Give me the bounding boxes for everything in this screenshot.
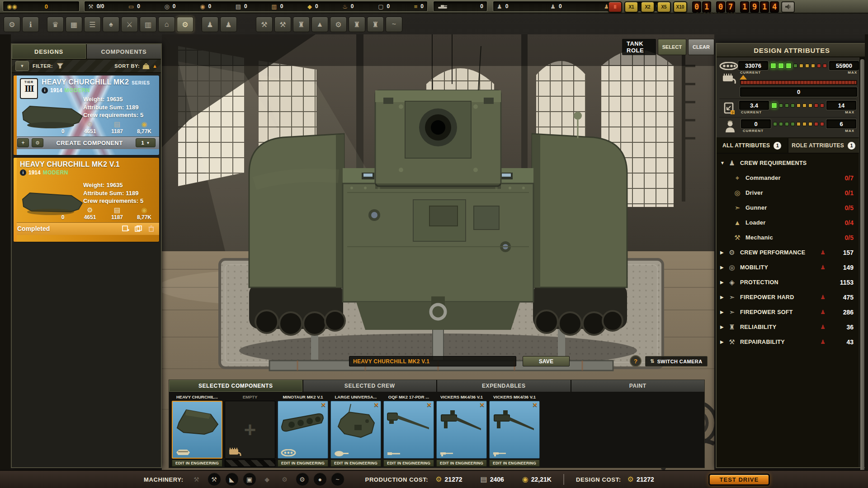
info-icon[interactable]: i [20,169,26,176]
speed-x10-button[interactable]: X10 [673,1,687,13]
edit-in-engineering-link[interactable]: EDIT IN ENGINEERING [383,460,434,467]
edit-in-engineering-link[interactable]: EDIT IN ENGINEERING [172,460,222,467]
crew-requirements-group[interactable]: ▼ ♟ CREW REQUIREMENTS [717,155,859,170]
weight-icon[interactable] [142,63,150,70]
tab-expendables[interactable]: EXPENDABLES [437,380,571,392]
edit-in-engineering-link[interactable]: EDIT IN ENGINEERING [278,460,328,467]
tank-role-clear-button[interactable]: CLEAR [688,39,714,55]
tab-selected-components[interactable]: SELECTED COMPONENTS [169,380,302,392]
speed-x5-button[interactable]: X5 [657,1,671,13]
edit-in-engineering-link[interactable]: EDIT IN ENGINEERING [489,460,540,467]
gun-component-card[interactable]: ✕ [383,401,434,459]
attr-row-firepower-hard[interactable]: ▶ ➣ FIREPOWER HARD ♟ 475 [717,290,859,305]
attributes-scrollbar[interactable] [859,57,865,467]
design-variant-card[interactable]: HEAVY CHURCHILL MK2 V.1 i 1914 MODERN We… [13,157,160,242]
weight-slider-handle[interactable] [740,75,747,80]
switch-camera-button[interactable]: ⇅ SWITCH CAMERA [645,356,708,366]
machine-finishing-icon[interactable]: ◆ [260,473,274,486]
settings-button[interactable]: ⚙ [4,17,20,32]
delete-button[interactable] [146,225,156,233]
remove-component-button[interactable]: ✕ [373,401,379,408]
remove-component-button[interactable]: ✕ [321,401,326,408]
achievements-button[interactable]: ♛ [47,17,64,32]
machine-casting-icon[interactable]: ▣ [243,473,256,486]
weight-slider-track[interactable] [740,80,857,85]
machine-assembly-icon[interactable]: ⚙ [278,473,292,486]
remove-component-button[interactable]: ✕ [479,401,485,408]
crew-row-loader[interactable]: ▲ Loader 0/4 [728,215,859,230]
attr-row-firepower-soft[interactable]: ▶ ➣ FIREPOWER SOFT ♟ 286 [717,305,859,319]
intelligence-button[interactable]: ♠ [103,17,119,32]
tank-role-select-button[interactable]: SELECT [658,39,686,55]
monument-button[interactable]: ♜ [293,17,310,32]
attr-row-protection[interactable]: ▶ ◈ PROTECTION 1153 [717,275,859,290]
add-variant-button[interactable] [121,225,130,233]
tracks-component-card[interactable]: ✕ [278,401,328,459]
design-name-input[interactable] [349,356,516,366]
tab-selected-crew[interactable]: SELECTED CREW [303,380,437,392]
machine-rolling-icon[interactable]: ~ [331,473,344,486]
create-component-button[interactable]: CREATE COMPONENT [46,140,133,146]
mining-button[interactable]: ▲ [311,17,328,32]
empty-engine-slot[interactable]: + [225,401,275,459]
sort-direction-icon[interactable]: ▲ [152,63,157,69]
city-button[interactable]: ▥ [140,17,156,32]
collapse-button[interactable]: ▼ [15,61,29,71]
mg-component-card[interactable]: ✕ [436,401,487,459]
machine-drilling-icon[interactable]: ⚙ [296,473,309,486]
edit-in-engineering-link[interactable]: EDIT IN ENGINEERING [330,460,381,467]
camp-button[interactable]: ⌂ [158,17,175,32]
hire-engineer-button[interactable]: ♟ [220,17,237,32]
attr-row-repairability[interactable]: ▶ ⚒ REPAIRABILITY ♟ 43 [717,334,859,349]
announcements-button[interactable] [781,1,795,13]
tab-role-attributes[interactable]: ROLE ATTRIBUTES 1 [788,138,859,153]
tank-heavy-button[interactable]: ♜ [367,17,384,32]
speed-x2-button[interactable]: X2 [641,1,655,13]
remove-component-button[interactable]: ✕ [532,401,538,408]
tab-designs[interactable]: DESIGNS [12,44,86,59]
crew-row-commander[interactable]: ⌖ Commander 0/7 [728,170,859,185]
design-series-card[interactable]: TIER III HEAVY CHURCHILL MK2SERIES i 191… [13,75,160,155]
add-component-button[interactable]: + [17,138,29,147]
repairs-button[interactable]: ⚒ [274,17,291,32]
crew-row-driver[interactable]: ◎ Driver 0/1 [728,185,859,200]
artillery-button[interactable]: ⚙ [330,17,347,32]
attr-row-mobility[interactable]: ▶ ◎ MOBILITY ♟ 149 [717,260,859,275]
scrollbar-thumb[interactable] [860,59,864,475]
crew-row-mechanic[interactable]: ⚒ Mechanic 0/5 [728,230,859,245]
blueprint-button[interactable]: ⚙ [32,138,43,147]
info-button[interactable]: ℹ [22,17,39,32]
workshop-button[interactable]: ⚒ [256,17,273,32]
mg-component-card[interactable]: ✕ [489,401,540,459]
attr-row-reliability[interactable]: ▶ ♜ RELIABILITY ♟ 36 [717,319,859,334]
tab-components[interactable]: COMPONENTS [86,44,161,59]
crew-row-gunner[interactable]: ➣ Gunner 0/5 [728,200,859,215]
save-button[interactable]: SAVE [523,356,570,366]
comms-button[interactable]: ▦ [66,17,82,32]
machine-milling-icon[interactable]: ◣ [225,473,239,486]
logistics-button[interactable]: ~ [386,17,402,32]
tab-all-attributes[interactable]: ALL ATTRIBUTES 1 [717,138,788,153]
pause-button[interactable]: II [608,1,622,13]
attr-row-crew-performance[interactable]: ▶ ⚙ CREW PERFORMANCE ♟ 157 [717,245,859,260]
edit-in-engineering-link[interactable]: EDIT IN ENGINEERING [436,460,487,467]
remove-component-button[interactable]: ✕ [426,401,432,408]
speed-x1-button[interactable]: X1 [624,1,638,13]
duplicate-button[interactable] [134,225,143,233]
machine-forging-icon[interactable]: ⚒ [208,473,221,486]
tank-light-button[interactable]: ♜ [349,17,365,32]
turret-component-card[interactable]: ✕ [330,401,381,459]
test-drive-button[interactable]: TEST DRIVE [708,474,770,486]
component-count-dropdown[interactable]: 1▼ [136,138,156,147]
funnel-icon[interactable] [57,63,64,69]
reports-button[interactable]: ☰ [84,17,101,32]
tab-paint[interactable]: PAINT [571,380,705,392]
info-icon[interactable]: i [42,87,48,94]
hire-worker-button[interactable]: ♟ [202,17,218,32]
engineering-button[interactable]: ⚙ [177,17,193,32]
machine-cutting-icon[interactable]: ● [313,473,327,486]
hull-component-card[interactable] [172,401,222,459]
help-button[interactable]: ? [630,355,642,367]
military-button[interactable]: ⚔ [121,17,138,32]
machine-welding-icon[interactable]: ⚒ [190,473,203,486]
